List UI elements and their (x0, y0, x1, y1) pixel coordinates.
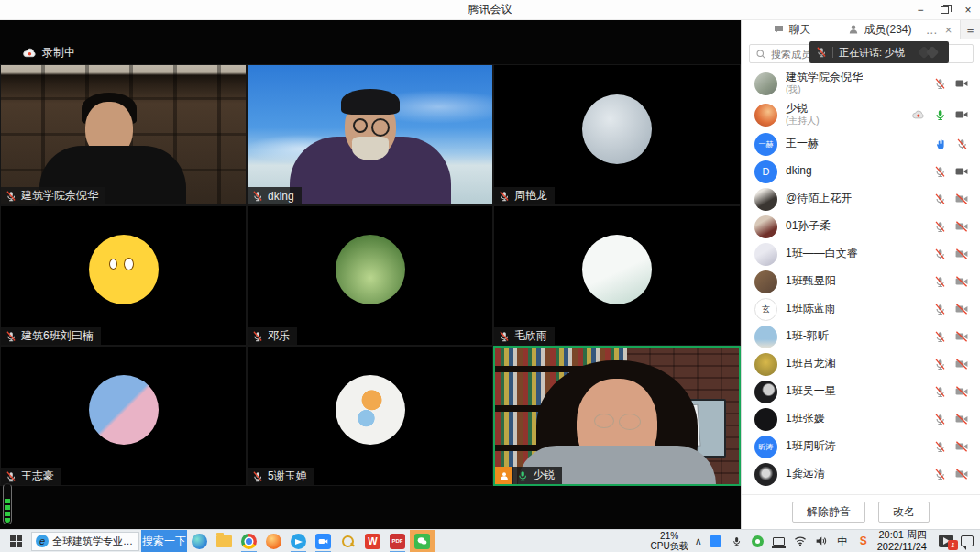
taskbar-meeting-icon[interactable] (311, 530, 336, 552)
host-badge-icon (495, 467, 512, 484)
windows-logo-icon (10, 535, 22, 547)
restore-button[interactable] (932, 0, 956, 20)
cpu-monitor[interactable]: 21% CPU负载 (651, 531, 688, 551)
member-row[interactable]: 1班甄昱阳 (742, 268, 980, 295)
taskbar-explorer-icon[interactable] (212, 530, 237, 552)
unmute-button[interactable]: 解除静音 (792, 502, 865, 523)
tab-chat[interactable]: 聊天 (742, 20, 842, 39)
member-name: 1班甄昱阳 (786, 275, 836, 288)
tooltip-divider (832, 47, 833, 58)
member-row[interactable]: 建筑学院佘倪华(我) (742, 68, 980, 99)
close-button[interactable]: × (956, 0, 980, 20)
deco-person (353, 118, 368, 133)
avatar (754, 270, 777, 293)
recording-label: 录制中 (42, 45, 75, 61)
member-row[interactable]: 玄 1班陈蓝雨 (742, 295, 980, 323)
avatar: 玄 (754, 298, 777, 321)
tray-media-icon[interactable]: 1 (939, 534, 953, 548)
member-row[interactable]: D dking (742, 158, 980, 185)
taskbar-magnifier-icon[interactable] (336, 530, 360, 552)
member-row[interactable]: 1班张媛 (742, 405, 980, 433)
video-tile-3[interactable]: 建筑6班刘曰楠 (0, 205, 247, 346)
video-tile-8[interactable]: 少锐 (493, 346, 741, 486)
wps-icon: W (365, 534, 380, 549)
taskbar-wps-icon[interactable]: W (360, 530, 385, 552)
browser-task-button[interactable]: e 全球建筑学专业大学... (31, 532, 139, 551)
taskbar-clock[interactable]: 20:01 周四 2022/11/24 (877, 529, 927, 552)
avatar (754, 408, 777, 431)
tab-members[interactable]: 成员(234) (842, 20, 918, 39)
participant-avatar (582, 235, 652, 304)
camera-off-icon (955, 221, 968, 232)
member-row[interactable]: @待陌上花开 (742, 185, 980, 213)
taskbar-chrome-icon[interactable] (237, 530, 261, 552)
muted-mic-icon (252, 471, 263, 482)
start-button[interactable] (0, 530, 31, 552)
member-row[interactable]: 01孙子柔 (742, 213, 980, 240)
panel-menu-button[interactable]: ≡ (960, 20, 980, 39)
member-row[interactable]: 1班——白文睿 (742, 240, 980, 268)
member-row[interactable]: 一赫 王一赫 (742, 130, 980, 158)
recording-indicator[interactable]: 录制中 (22, 45, 75, 61)
member-name: 1班张媛 (786, 413, 825, 425)
ime-indicator[interactable]: 中 (835, 534, 850, 548)
muted-mic-icon (934, 386, 946, 398)
member-name: dking (786, 165, 812, 178)
action-center-icon[interactable] (960, 534, 974, 548)
taskbar-browser2-icon[interactable] (261, 530, 286, 552)
tile-name-label: 周艳龙 (494, 187, 555, 204)
taskbar-edge-icon[interactable] (187, 530, 212, 552)
taskbar-telegram-icon[interactable] (286, 530, 311, 552)
video-tile-4[interactable]: 邓乐 (247, 205, 493, 346)
close-panel-icon[interactable]: × (945, 23, 952, 37)
member-row[interactable]: 1班-郭昕 (742, 323, 980, 350)
avatar (754, 215, 777, 238)
search-icon (755, 49, 766, 60)
video-tile-5[interactable]: 毛欣雨 (493, 205, 741, 346)
member-row[interactable]: 1班吴一星 (742, 378, 980, 405)
video-tile-6[interactable]: 王志豪 (0, 346, 247, 486)
more-icon[interactable]: … (926, 23, 938, 37)
tray-meeting-icon[interactable] (709, 534, 723, 548)
tray-device-icon[interactable] (772, 534, 787, 548)
title-bar: 腾讯会议 − × (0, 0, 980, 20)
hidden-icons-chevron[interactable]: ∧ (695, 535, 702, 547)
magnifier-icon (341, 535, 355, 548)
tile-name: dking (268, 190, 294, 203)
taskbar-search-button[interactable]: 搜索一下 (141, 530, 187, 552)
avatar: 一赫 (754, 133, 777, 156)
tray-antivirus-icon[interactable] (751, 534, 765, 548)
minimize-button[interactable]: − (908, 0, 932, 20)
rename-button[interactable]: 改名 (878, 502, 930, 523)
video-tile-2[interactable]: 周艳龙 (493, 64, 741, 205)
member-name: @待陌上花开 (786, 193, 852, 205)
video-tile-7[interactable]: 5谢玉婵 (247, 346, 493, 486)
member-row[interactable]: 少锐(主持人) (742, 99, 980, 130)
member-list: 建筑学院佘倪华(我) 少锐(主持人) 一赫 王一赫 (742, 68, 980, 488)
tray-volume-icon[interactable] (814, 534, 829, 548)
meeting-stage: 录制中 建筑学院佘倪华 (0, 20, 741, 529)
tencent-meeting-window: 腾讯会议 − × 录制中 建筑学院佘倪华 (0, 0, 980, 552)
muted-mic-icon (6, 331, 17, 342)
muted-mic-icon (934, 441, 946, 453)
muted-mic-icon (252, 331, 263, 342)
taskbar-wechat-icon[interactable] (410, 530, 435, 552)
avatar: D (754, 160, 777, 183)
member-row[interactable]: 1龚远清 (742, 460, 980, 488)
tray-s-app-icon[interactable]: S (856, 534, 871, 548)
tray-mic-icon[interactable] (730, 534, 744, 548)
tile-name-label: dking (248, 187, 302, 204)
member-name: 建筑学院佘倪华 (786, 72, 863, 84)
taskbar-pdf-icon[interactable]: PDF (385, 530, 410, 552)
participant-video (1, 65, 246, 204)
member-row[interactable]: 1班吕龙湘 (742, 350, 980, 378)
deco-emoji-eyes (109, 259, 117, 270)
tray-network-icon[interactable] (793, 534, 808, 548)
tile-name: 少锐 (533, 468, 555, 483)
member-row[interactable]: 昕涛 1班周昕涛 (742, 433, 980, 460)
video-tile-1[interactable]: dking (247, 64, 493, 205)
muted-mic-icon (499, 191, 510, 202)
deco-person (352, 137, 389, 160)
deco-person (594, 414, 614, 428)
video-tile-0[interactable]: 建筑学院佘倪华 (0, 64, 247, 205)
